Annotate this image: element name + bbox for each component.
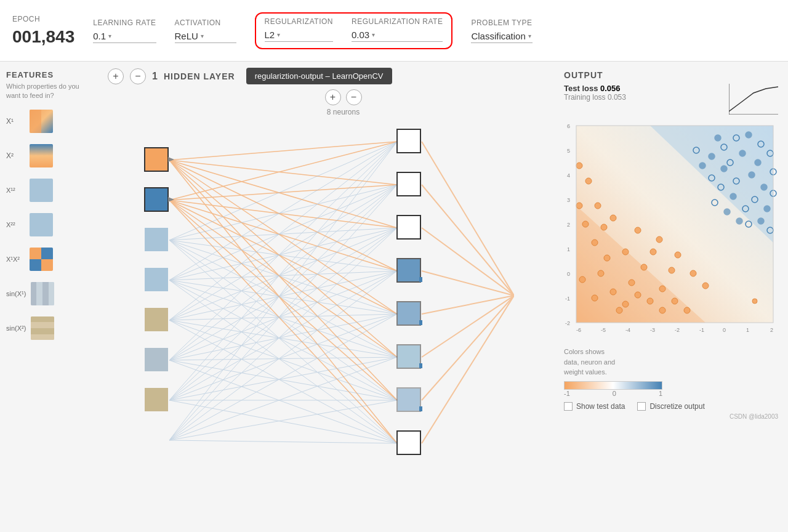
feature-sinx1-thumb bbox=[31, 282, 54, 305]
svg-text:-6: -6 bbox=[576, 327, 581, 333]
svg-line-38 bbox=[169, 240, 397, 271]
svg-text:-3: -3 bbox=[650, 327, 655, 333]
svg-point-196 bbox=[576, 163, 582, 169]
problem-type-value: Classification bbox=[471, 31, 525, 41]
svg-point-173 bbox=[647, 298, 653, 304]
problem-type-select[interactable]: Classification ▾ bbox=[471, 31, 533, 43]
add-layer-button[interactable]: + bbox=[108, 68, 124, 84]
svg-line-25 bbox=[169, 160, 397, 400]
svg-rect-5 bbox=[30, 248, 41, 259]
feature-x2sq[interactable]: X²² bbox=[6, 213, 89, 236]
network-svg bbox=[95, 111, 514, 480]
svg-line-44 bbox=[169, 185, 397, 280]
svg-text:6: 6 bbox=[567, 123, 570, 129]
svg-point-195 bbox=[585, 178, 592, 184]
network-header: + − 1 HIDDEN LAYER regulariztion-output … bbox=[95, 68, 554, 84]
remove-neuron-button[interactable]: − bbox=[346, 89, 362, 105]
legend-values: -1 0 1 bbox=[564, 390, 662, 397]
svg-point-174 bbox=[659, 307, 665, 313]
svg-line-64 bbox=[169, 357, 397, 360]
regularization-rate-select[interactable]: 0.03 ▾ bbox=[352, 30, 443, 42]
regularization-select[interactable]: L2 ▾ bbox=[265, 30, 333, 42]
svg-rect-104 bbox=[397, 302, 420, 325]
svg-point-186 bbox=[669, 267, 675, 273]
feature-sinx1[interactable]: sin(X¹) bbox=[6, 282, 89, 305]
watermark: CSDN @lida2003 bbox=[564, 413, 778, 420]
regularization-rate-label: Regularization rate bbox=[352, 17, 443, 26]
output-visualization: -6 -5 -4 -3 -2 -1 0 1 2 6 5 4 3 2 1 0 -1… bbox=[564, 119, 786, 338]
svg-line-90 bbox=[422, 296, 514, 443]
feature-x1x2-label: X¹X² bbox=[6, 256, 25, 263]
svg-rect-1 bbox=[30, 110, 41, 133]
svg-rect-8 bbox=[41, 259, 53, 271]
layer-controls: + − bbox=[95, 89, 554, 105]
svg-line-55 bbox=[169, 314, 397, 320]
feature-x1x2[interactable]: X¹X² bbox=[6, 248, 89, 271]
feature-sinx2[interactable]: sin(X²) bbox=[6, 316, 89, 340]
features-panel: FEATURES Which properties do you want to… bbox=[0, 62, 95, 532]
chevron-down-icon: ▾ bbox=[108, 33, 111, 39]
checkboxes-row: Show test data Discretize output bbox=[564, 402, 778, 411]
feature-x2sq-thumb bbox=[30, 213, 53, 236]
svg-rect-12 bbox=[42, 282, 49, 305]
svg-text:-1: -1 bbox=[699, 327, 704, 333]
svg-rect-102 bbox=[397, 216, 420, 239]
svg-rect-11 bbox=[36, 282, 42, 305]
svg-point-167 bbox=[610, 289, 616, 295]
svg-point-183 bbox=[601, 224, 607, 230]
feature-x1sq[interactable]: X¹² bbox=[6, 179, 89, 202]
discretize-output-checkbox[interactable] bbox=[637, 402, 646, 411]
svg-text:4: 4 bbox=[567, 172, 570, 179]
svg-point-137 bbox=[746, 132, 752, 138]
problem-type-label: Problem type bbox=[471, 18, 533, 27]
show-test-data-item[interactable]: Show test data bbox=[564, 402, 625, 411]
svg-point-151 bbox=[709, 153, 715, 159]
regularization-section: Regularization L2 ▾ bbox=[265, 17, 333, 42]
discretize-output-item[interactable]: Discretize output bbox=[637, 402, 704, 411]
svg-line-82 bbox=[169, 440, 397, 443]
activation-select[interactable]: ReLU ▾ bbox=[175, 31, 236, 43]
svg-point-181 bbox=[684, 307, 690, 313]
svg-rect-111 bbox=[419, 406, 422, 411]
svg-rect-13 bbox=[49, 282, 54, 305]
svg-point-139 bbox=[739, 150, 746, 156]
remove-layer-button[interactable]: − bbox=[130, 68, 146, 84]
svg-point-168 bbox=[579, 276, 585, 283]
svg-text:2: 2 bbox=[770, 327, 773, 333]
scatter-plot-svg: -6 -5 -4 -3 -2 -1 0 1 2 6 5 4 3 2 1 0 -1… bbox=[564, 119, 786, 338]
hidden-layer-count: 1 bbox=[152, 71, 158, 82]
feature-x1[interactable]: X¹ bbox=[6, 110, 89, 133]
svg-line-71 bbox=[169, 314, 397, 400]
svg-point-176 bbox=[604, 255, 610, 261]
svg-rect-18 bbox=[31, 334, 54, 340]
hidden-layer-label: HIDDEN LAYER bbox=[164, 71, 235, 81]
regularization-value: L2 bbox=[265, 30, 275, 40]
svg-point-141 bbox=[755, 159, 761, 166]
svg-rect-110 bbox=[419, 363, 422, 368]
svg-point-158 bbox=[758, 218, 764, 224]
svg-line-53 bbox=[169, 228, 397, 320]
show-test-data-label: Show test data bbox=[576, 402, 625, 411]
svg-rect-106 bbox=[397, 388, 420, 411]
svg-point-162 bbox=[736, 218, 742, 224]
svg-rect-96 bbox=[145, 348, 168, 371]
svg-rect-92 bbox=[145, 188, 168, 211]
svg-line-63 bbox=[169, 314, 397, 360]
show-test-data-checkbox[interactable] bbox=[564, 402, 573, 411]
feature-x2[interactable]: X² bbox=[6, 144, 89, 167]
svg-point-179 bbox=[659, 286, 665, 292]
svg-rect-97 bbox=[145, 388, 168, 411]
add-neuron-button[interactable]: + bbox=[325, 89, 341, 105]
svg-point-149 bbox=[721, 166, 727, 172]
svg-point-189 bbox=[610, 215, 616, 221]
svg-rect-105 bbox=[397, 345, 420, 368]
svg-text:1: 1 bbox=[746, 327, 749, 333]
learning-rate-select[interactable]: 0.1 ▾ bbox=[93, 31, 156, 43]
svg-point-187 bbox=[576, 203, 582, 209]
svg-point-177 bbox=[592, 240, 598, 246]
discretize-output-label: Discretize output bbox=[649, 402, 704, 411]
svg-point-197 bbox=[752, 299, 757, 304]
activation-section: Activation ReLU ▾ bbox=[175, 18, 236, 43]
svg-rect-15 bbox=[31, 316, 54, 322]
svg-point-185 bbox=[650, 249, 656, 255]
